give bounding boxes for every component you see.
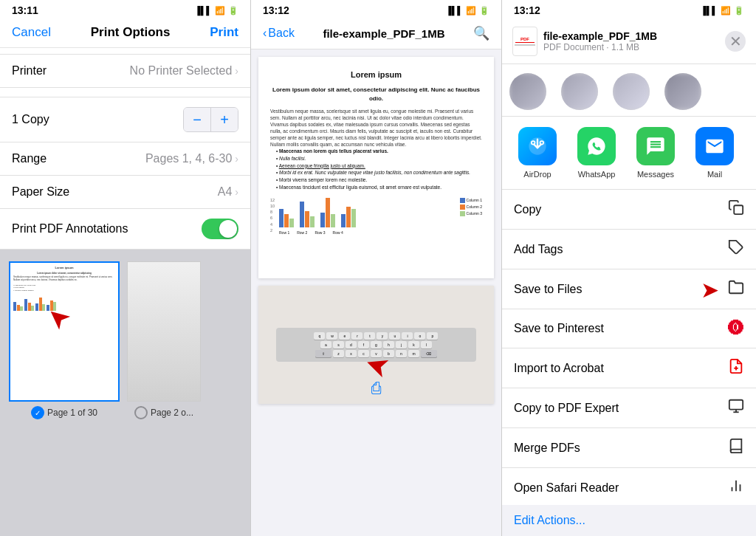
messages-label: Messages [637, 170, 674, 179]
thumb1-label: ✓ Page 1 of 30 [31, 406, 97, 419]
thumb2-label: Page 2 o... [134, 406, 193, 419]
chevron-icon-paper: › [235, 186, 238, 198]
paper-label: Paper Size [12, 185, 69, 199]
action-merge-pdfs[interactable]: Merge PDFs [502, 428, 756, 468]
acrobat-icon [728, 358, 744, 378]
battery-icon-p3: 🔋 [734, 6, 744, 16]
avatar-2 [561, 73, 598, 110]
avatar-1 [509, 73, 546, 110]
decrement-button[interactable]: − [184, 108, 210, 131]
print-options-panel: 13:11 ▐▌▌ 📶 🔋 Cancel Print Options Print… [0, 0, 251, 536]
whatsapp-icon [577, 127, 616, 165]
pdf-subtitle: Lorem ipsum dolor sit amet, consectetur … [270, 86, 482, 103]
thumbnail-page1[interactable]: Lorem ipsum Lorem ipsum dolor sit amet, … [9, 261, 120, 419]
pdf-bullet-1: • Maecenas non lorem quis tellus placera… [276, 148, 482, 155]
printer-row[interactable]: Printer No Printer Selected › [0, 55, 250, 87]
mail-icon [695, 127, 734, 165]
pdf-bullet-5: • Morbi viverra semper lorem nec molesti… [276, 176, 482, 184]
signal-icon-p2: ▐▌▌ [446, 6, 463, 15]
print-options-header: Cancel Print Options Print [0, 19, 250, 48]
chevron-icon: › [235, 65, 238, 77]
thumb-frame-1: Lorem ipsum Lorem ipsum dolor sit amet, … [9, 261, 120, 402]
action-acrobat[interactable]: Import to Acrobat [502, 348, 756, 388]
app-mail[interactable]: Mail [685, 127, 744, 179]
action-save-files[interactable]: Save to Files ➤ [502, 269, 756, 309]
copy-row: 1 Copy − + [0, 97, 250, 142]
save-files-label: Save to Files [514, 283, 582, 296]
airdrop-icon [518, 127, 557, 165]
action-add-tags[interactable]: Add Tags [502, 230, 756, 269]
annotations-toggle[interactable] [202, 219, 238, 239]
range-row[interactable]: Range Pages 1, 4, 6-30 › [0, 142, 250, 176]
copy-stepper[interactable]: − + [183, 107, 238, 132]
contact-item-1[interactable] [502, 73, 554, 110]
action-pinterest[interactable]: Save to Pinterest ⓿ [502, 309, 756, 348]
edit-actions[interactable]: Edit Actions... [502, 505, 756, 536]
empty-circle-icon [134, 406, 148, 419]
range-label: Range [12, 152, 47, 165]
share-button[interactable]: ⎙ [371, 379, 381, 398]
status-icons-panel3: ▐▌▌ 📶 🔋 [701, 6, 744, 16]
wifi-icon: 📶 [215, 6, 225, 16]
paper-size-row[interactable]: Paper Size A4 › [0, 176, 250, 209]
tag-icon [728, 239, 744, 259]
action-copy[interactable]: Copy [502, 190, 756, 230]
contact-row [502, 64, 756, 117]
pdf-expert-icon [728, 398, 744, 418]
pdf-doc-icon: PDF [512, 27, 537, 56]
action-safari-reader[interactable]: Open Safari Reader [502, 468, 756, 505]
search-button[interactable]: 🔍 [473, 25, 489, 41]
share-sheet-panel: 13:12 ▐▌▌ 📶 🔋 PDF file-example_PDF_1MB P… [502, 0, 756, 536]
close-button[interactable]: ✕ [725, 31, 746, 52]
signal-icon-p3: ▐▌▌ [701, 6, 718, 15]
folder-icon [728, 279, 744, 299]
share-header: PDF file-example_PDF_1MB PDF Document · … [502, 19, 756, 64]
app-messages[interactable]: Messages [626, 127, 685, 179]
pinterest-icon: ⓿ [728, 319, 744, 338]
pdf-page2: q w e r t y u i o p a s d f g h [258, 286, 494, 404]
time-panel1: 13:11 [12, 4, 38, 16]
file-name: file-example_PDF_1MB [543, 30, 657, 42]
contact-item-2[interactable] [554, 73, 605, 110]
pdf-expert-label: Copy to PDF Expert [514, 402, 619, 415]
contact-item-4[interactable] [657, 73, 709, 110]
pdf-body-text: Vestibulum neque massa, scelerisque sit … [270, 108, 482, 148]
thumb-content-1: Lorem ipsum Lorem ipsum dolor sit amet, … [10, 263, 118, 314]
cancel-button[interactable]: Cancel [12, 25, 51, 40]
pdf-bullet-3: • Aenean congue fringilla justo ut aliqu… [276, 162, 482, 170]
time-panel2: 13:12 [263, 4, 289, 16]
status-icons-panel1: ▐▌▌ 📶 🔋 [195, 6, 238, 16]
airdrop-label: AirDrop [523, 170, 551, 179]
back-chevron: ‹ [263, 27, 267, 40]
printer-value: No Printer Selected › [130, 64, 238, 78]
print-button[interactable]: Print [210, 25, 238, 40]
wifi-icon-p3: 📶 [721, 6, 731, 16]
signal-icon: ▐▌▌ [195, 6, 212, 15]
annotations-label: Print PDF Annotations [12, 222, 128, 236]
pdf-page-content: Lorem ipsum Lorem ipsum dolor sit amet, … [258, 57, 494, 278]
status-icons-panel2: ▐▌▌ 📶 🔋 [446, 6, 489, 16]
back-button[interactable]: ‹ Back [263, 27, 295, 40]
battery-icon: 🔋 [228, 6, 238, 16]
pdf-bullet-4: • Morbi id ex erat. Nunc vulputate neque… [276, 169, 482, 176]
mail-label: Mail [707, 170, 722, 179]
messages-icon [636, 127, 675, 165]
pdf-chart: 12108642 [270, 197, 482, 236]
increment-button[interactable]: + [211, 108, 238, 131]
file-details: file-example_PDF_1MB PDF Document · 1.1 … [543, 30, 657, 52]
pdf-bullet-2: • Nulla facilisi. [276, 155, 482, 162]
contact-item-3[interactable] [605, 73, 657, 110]
acrobat-label: Import to Acrobat [514, 362, 604, 375]
file-meta: PDF Document · 1.1 MB [543, 42, 657, 52]
app-airdrop[interactable]: AirDrop [508, 127, 567, 179]
app-whatsapp[interactable]: WhatsApp [567, 127, 626, 179]
thumb-frame-2 [127, 261, 201, 402]
merge-pdfs-label: Merge PDFs [514, 441, 580, 455]
status-bar-panel3: 13:12 ▐▌▌ 📶 🔋 [502, 0, 756, 19]
svg-rect-3 [734, 205, 743, 214]
pdf-title: file-example_PDF_1MB [323, 27, 444, 40]
thumbnail-page2[interactable]: Page 2 o... [127, 261, 201, 419]
action-pdf-expert[interactable]: Copy to PDF Expert [502, 388, 756, 428]
avatar-4 [664, 73, 701, 110]
printer-setting-group: Printer No Printer Selected › [0, 54, 250, 88]
